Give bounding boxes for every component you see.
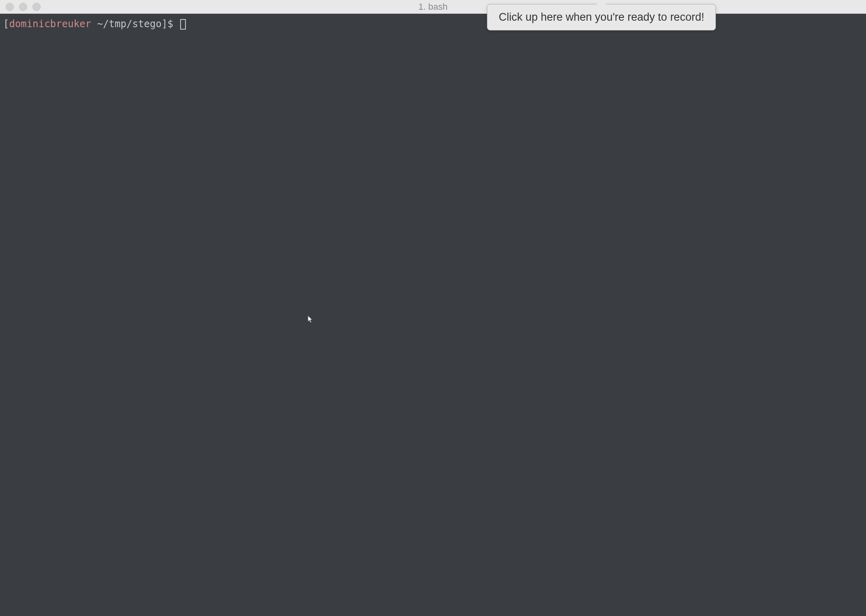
tooltip-arrow-icon (596, 0, 607, 5)
prompt-bracket-close: ] (162, 18, 167, 30)
prompt-symbol: $ (168, 18, 179, 30)
window-title: 1. bash (418, 2, 448, 12)
record-tooltip[interactable]: Click up here when you're ready to recor… (487, 4, 716, 30)
prompt-line: [dominicbreuker ~/tmp/stego]$ (3, 18, 863, 30)
prompt-username: dominicbreuker (9, 18, 91, 30)
prompt-separator (91, 18, 97, 30)
traffic-lights (0, 3, 41, 11)
prompt-bracket-open: [ (3, 18, 9, 30)
close-button[interactable] (6, 3, 14, 11)
window-titlebar: 1. bash (0, 0, 866, 14)
prompt-path: ~/tmp/stego (97, 18, 162, 30)
maximize-button[interactable] (32, 3, 41, 11)
tooltip-text: Click up here when you're ready to recor… (499, 11, 704, 23)
terminal-body[interactable]: [dominicbreuker ~/tmp/stego]$ (0, 14, 866, 616)
terminal-cursor (180, 19, 186, 30)
minimize-button[interactable] (19, 3, 27, 11)
mouse-cursor-icon (308, 314, 313, 322)
